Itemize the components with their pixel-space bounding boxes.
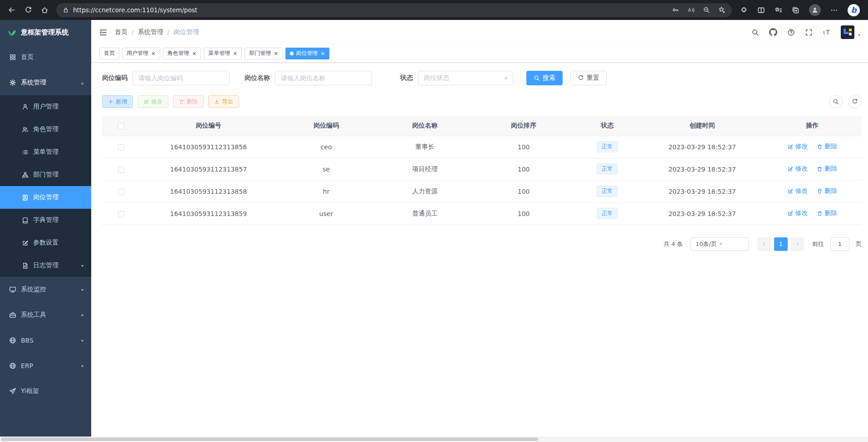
sidebar-item-role-management[interactable]: 角色管理 <box>0 118 91 141</box>
read-aloud-icon[interactable]: A <box>687 6 695 14</box>
row-delete-link[interactable]: 删除 <box>817 142 837 151</box>
column-created-time: 创建时间 <box>642 116 763 136</box>
toggle-search-button[interactable] <box>829 95 843 108</box>
extensions-icon[interactable] <box>740 6 748 14</box>
status-badge: 正常 <box>597 186 618 196</box>
trash-icon <box>817 211 823 216</box>
close-tab-icon[interactable]: × <box>274 51 278 56</box>
row-checkbox[interactable] <box>118 189 124 195</box>
row-checkbox[interactable] <box>118 211 124 217</box>
app-title: 意框架管理系统 <box>21 28 69 37</box>
cell-post-sort: 100 <box>474 202 573 225</box>
tab-menu-management[interactable]: 菜单管理 × <box>204 48 242 59</box>
refresh-table-button[interactable] <box>848 95 862 108</box>
hamburger-icon <box>99 28 108 37</box>
post-name-input[interactable] <box>275 71 372 85</box>
breadcrumb-system[interactable]: 系统管理 <box>138 28 163 36</box>
sidebar-item-erp[interactable]: ERP ▾ <box>0 353 91 378</box>
browser-menu-icon[interactable] <box>830 6 838 14</box>
sidebar-item-label: 系统管理 <box>21 79 46 87</box>
sidebar-item-system-monitoring[interactable]: 系统监控 ▾ <box>0 277 91 302</box>
sidebar-fold-button[interactable] <box>99 28 108 37</box>
close-tab-icon[interactable]: × <box>192 51 196 56</box>
row-edit-label: 修改 <box>795 187 808 195</box>
header-search-button[interactable] <box>751 29 759 36</box>
site-info-lock-icon[interactable] <box>63 7 69 13</box>
post-code-input[interactable] <box>132 71 230 85</box>
breadcrumb-separator: / <box>132 29 134 36</box>
table-toolbar: 新增 修改 删除 导出 <box>102 95 862 108</box>
reset-button[interactable]: 重置 <box>570 71 607 85</box>
sidebar-item-user-management[interactable]: 用户管理 <box>0 95 91 118</box>
bing-copilot-icon[interactable]: b <box>848 4 860 16</box>
scrollbar-thumb[interactable] <box>1 437 538 441</box>
status-select[interactable]: 岗位状态 ▾ <box>418 71 513 85</box>
sidebar-item-system-management[interactable]: 系统管理 ▴ <box>0 70 91 95</box>
tab-role-management[interactable]: 角色管理 × <box>163 48 201 59</box>
edit-icon <box>787 166 793 172</box>
row-delete-link[interactable]: 删除 <box>817 209 837 217</box>
current-page-button[interactable]: 1 <box>774 237 788 251</box>
breadcrumb-home[interactable]: 首页 <box>115 28 128 36</box>
row-edit-link[interactable]: 修改 <box>787 209 808 217</box>
split-screen-icon[interactable] <box>757 6 765 14</box>
user-avatar[interactable] <box>841 25 854 39</box>
row-checkbox[interactable] <box>118 144 124 151</box>
row-edit-link[interactable]: 修改 <box>787 142 808 151</box>
sidebar-item-home[interactable]: 首页 <box>0 44 91 70</box>
sidebar-item-department-management[interactable]: 部门管理 <box>0 163 91 186</box>
help-button[interactable] <box>787 29 795 36</box>
select-all-checkbox[interactable] <box>118 123 124 129</box>
refresh-button[interactable] <box>20 2 36 18</box>
github-link-button[interactable] <box>769 28 777 36</box>
fullscreen-button[interactable] <box>805 29 813 36</box>
chevron-down-icon: ▾ <box>505 75 507 81</box>
chevron-up-icon: ▴ <box>81 80 83 85</box>
profile-avatar[interactable] <box>809 4 821 16</box>
font-size-button[interactable]: tT <box>823 28 831 36</box>
search-button[interactable]: 搜索 <box>526 71 563 85</box>
row-delete-link[interactable]: 删除 <box>817 165 837 173</box>
column-post-code: 岗位编码 <box>277 116 376 136</box>
row-checkbox[interactable] <box>118 167 124 173</box>
address-bar[interactable]: https://ccnetcore.com:1101/system/post A <box>56 3 732 17</box>
sidebar-item-post-management[interactable]: 岗位管理 <box>0 186 91 209</box>
collections-icon[interactable] <box>792 6 799 14</box>
search-icon <box>751 29 759 36</box>
tab-department-management[interactable]: 部门管理 × <box>245 48 283 59</box>
tab-home[interactable]: 首页 <box>99 48 119 59</box>
cell-post-name: 人力资源 <box>376 180 475 202</box>
next-page-button[interactable]: › <box>791 237 804 251</box>
add-button[interactable]: 新增 <box>102 95 133 108</box>
tab-post-management[interactable]: 岗位管理 × <box>285 48 329 59</box>
sidebar-item-dictionary-management[interactable]: 字典管理 <box>0 209 91 231</box>
prev-page-button[interactable]: ‹ <box>757 237 771 251</box>
sidebar-item-system-tools[interactable]: 系统工具 ▾ <box>0 302 91 328</box>
back-button[interactable] <box>4 2 20 18</box>
close-tab-icon[interactable]: × <box>233 51 237 56</box>
tab-user-management[interactable]: 用户管理 × <box>122 48 160 59</box>
zoom-out-icon[interactable] <box>703 6 710 14</box>
row-delete-link[interactable]: 删除 <box>817 187 837 195</box>
sidebar-item-yi-framework[interactable]: Yi框架 <box>0 378 91 404</box>
goto-page-input[interactable] <box>830 237 849 251</box>
home-button[interactable] <box>36 2 53 18</box>
row-edit-link[interactable]: 修改 <box>787 187 808 195</box>
sidebar-item-menu-management[interactable]: 菜单管理 <box>0 141 91 163</box>
favorites-hub-icon[interactable] <box>775 6 782 14</box>
add-favorite-star-icon[interactable] <box>718 6 726 14</box>
sidebar-item-label: 用户管理 <box>33 103 59 111</box>
sidebar-item-log-management[interactable]: 日志管理 ▾ <box>0 254 91 277</box>
sidebar-item-bbs[interactable]: BBS ▾ <box>0 328 91 353</box>
export-button[interactable]: 导出 <box>208 95 239 108</box>
close-tab-icon[interactable]: × <box>151 51 156 56</box>
gear-icon <box>9 79 16 86</box>
page-size-select[interactable]: 10条/页 ▾ <box>691 237 749 251</box>
close-tab-icon[interactable]: × <box>320 51 325 56</box>
row-edit-link[interactable]: 修改 <box>787 165 808 173</box>
tab-bar: 首页 用户管理 × 角色管理 × 菜单管理 × 部门管理 × 岗位管理 × <box>91 44 868 63</box>
sidebar-item-label: BBS <box>21 337 34 344</box>
password-key-icon[interactable] <box>672 6 679 14</box>
sidebar-item-label: 角色管理 <box>33 125 59 133</box>
sidebar-item-parameter-settings[interactable]: 参数设置 <box>0 231 91 254</box>
